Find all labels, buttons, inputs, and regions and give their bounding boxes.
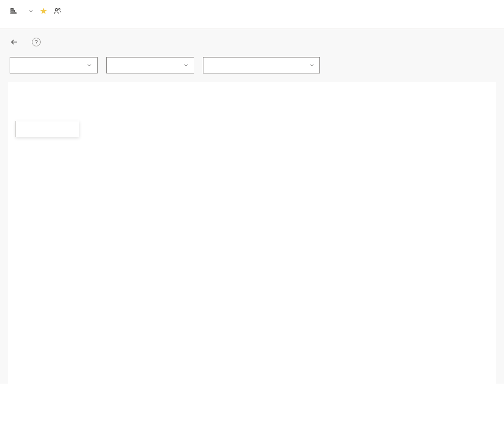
svg-point-3 xyxy=(55,9,58,11)
rolling-period-select[interactable] xyxy=(10,57,98,73)
swimlane-select[interactable] xyxy=(106,57,194,73)
tabs xyxy=(0,20,504,29)
svg-point-4 xyxy=(58,9,60,10)
tooltip-swatch xyxy=(21,127,27,133)
cumulative-flow-chart[interactable] xyxy=(15,121,489,372)
chevron-down-icon xyxy=(309,62,315,68)
chevron-down-icon[interactable] xyxy=(28,8,34,14)
svg-rect-0 xyxy=(11,9,13,10)
help-icon[interactable]: ? xyxy=(32,38,41,46)
chevron-down-icon xyxy=(86,62,92,68)
chart-tooltip xyxy=(15,121,79,137)
star-icon[interactable]: ★ xyxy=(40,7,47,15)
chevron-down-icon xyxy=(183,62,189,68)
svg-rect-2 xyxy=(11,13,16,14)
chart-legend xyxy=(15,372,489,378)
column-options-select[interactable] xyxy=(203,57,320,73)
chart-card xyxy=(8,82,496,384)
svg-rect-1 xyxy=(11,11,14,12)
back-arrow-icon[interactable] xyxy=(10,38,18,46)
filters xyxy=(0,54,504,82)
people-icon[interactable] xyxy=(53,7,62,15)
devops-icon xyxy=(10,7,18,15)
stats-block xyxy=(483,88,488,90)
